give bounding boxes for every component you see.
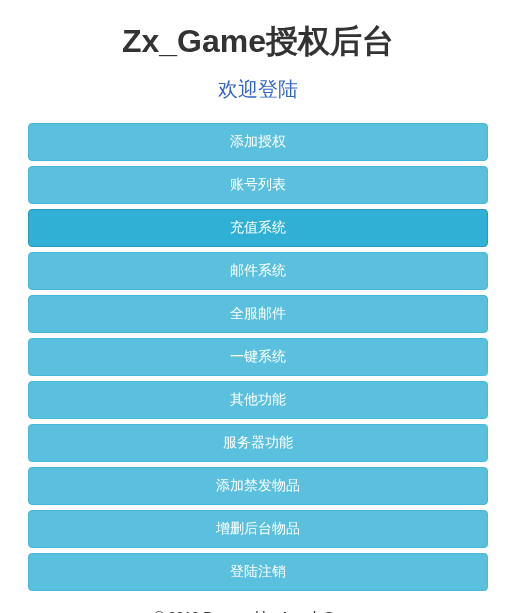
menu-item-add-auth[interactable]: 添加授权 — [28, 123, 488, 161]
menu-item-mail-system[interactable]: 邮件系统 — [28, 252, 488, 290]
menu-item-account-list[interactable]: 账号列表 — [28, 166, 488, 204]
menu-item-onekey-system[interactable]: 一键系统 — [28, 338, 488, 376]
menu-item-server-mail[interactable]: 全服邮件 — [28, 295, 488, 333]
menu-item-add-banned-items[interactable]: 添加禁发物品 — [28, 467, 488, 505]
menu-item-manage-backend-items[interactable]: 增删后台物品 — [28, 510, 488, 548]
menu-item-server-functions[interactable]: 服务器功能 — [28, 424, 488, 462]
menu-item-recharge-system[interactable]: 充值系统 — [28, 209, 488, 247]
menu-item-logout[interactable]: 登陆注销 — [28, 553, 488, 591]
footer-copyright: © 2019 Powered by Angel_Game — [154, 609, 362, 613]
welcome-subtitle: 欢迎登陆 — [218, 76, 298, 103]
page-title: Zx_Game授权后台 — [122, 20, 394, 64]
menu-item-other-functions[interactable]: 其他功能 — [28, 381, 488, 419]
main-menu: 添加授权 账号列表 充值系统 邮件系统 全服邮件 一键系统 其他功能 服务器功能… — [28, 123, 488, 591]
